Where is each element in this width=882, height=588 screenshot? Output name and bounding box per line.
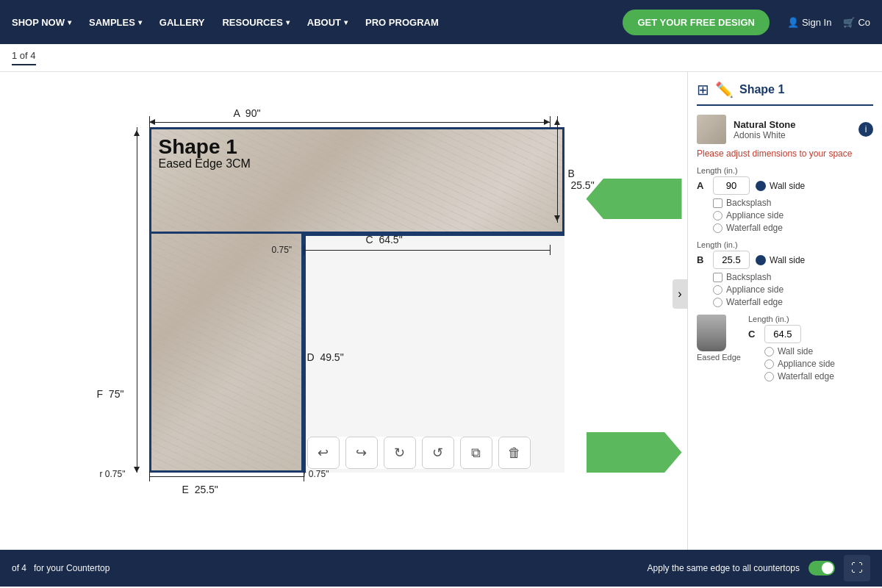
dim-line-a-right: [550, 116, 551, 128]
dim-line-b: [557, 116, 558, 223]
page-indicator: 1 of 4: [12, 50, 36, 65]
arrow-a-left: [149, 119, 155, 125]
footer-left: of 4 for your Countertop: [12, 563, 110, 573]
chevron-down-icon: ▾: [286, 18, 290, 26]
backsplash-a-checkbox[interactable]: [713, 198, 723, 208]
footer-counter: for your Countertop: [34, 563, 110, 573]
dim-c-input[interactable]: [764, 325, 801, 343]
arrow-f-bottom: [134, 467, 140, 473]
main-content: A 90" Shape 1 Eased Edge 3CM: [0, 72, 882, 550]
nav-pro-program[interactable]: PRO PROGRAM: [365, 17, 439, 28]
nav-shop-now[interactable]: SHOP NOW ▾: [12, 17, 71, 28]
dimension-a-section: Length (in.) A Wall side Backsplash Appl…: [697, 166, 873, 233]
dim-a-wall-side: Wall side: [756, 181, 805, 191]
info-icon[interactable]: i: [858, 122, 873, 137]
toggle-knob: [822, 562, 833, 574]
panel-collapse-button[interactable]: ›: [673, 279, 687, 309]
backsplash-b-checkbox[interactable]: [713, 273, 723, 282]
appliance-side-c-row: Appliance side: [764, 359, 873, 369]
dim-a-row: A Wall side: [697, 176, 873, 195]
dimension-f-label: F 75": [97, 388, 124, 400]
material-info: Natural Stone Adonis White: [734, 119, 851, 140]
undo-button[interactable]: ↩: [307, 437, 340, 469]
rotate-ccw-button[interactable]: ↺: [422, 437, 454, 469]
chevron-right-icon: ›: [678, 287, 681, 301]
waterfall-a-radio[interactable]: [713, 223, 723, 233]
waterfall-b-radio[interactable]: [713, 298, 723, 307]
dim-b-letter: B: [697, 254, 707, 265]
dim-b-wall-side: Wall side: [756, 255, 805, 265]
appliance-side-a-row: Appliance side: [713, 210, 873, 220]
waterfall-a-row: Waterfall edge: [713, 223, 873, 233]
footer-page: of 4: [12, 563, 26, 573]
backsplash-b-row: Backsplash: [713, 272, 873, 282]
delete-button[interactable]: 🗑: [498, 437, 531, 469]
arrow-b-bottom: [554, 215, 560, 221]
panel-header: ⊞ ✏️ Shape 1: [697, 81, 873, 106]
chevron-down-icon: ▾: [344, 18, 348, 26]
dim-a-input[interactable]: [713, 176, 750, 195]
arrow-b-top: [554, 119, 560, 125]
user-icon: 👤: [787, 17, 799, 28]
dim-c-content: Length (in.) C Wall side Appliance side: [748, 315, 873, 384]
eased-edge-thumbnail: [697, 315, 726, 351]
nav-samples[interactable]: SAMPLES ▾: [89, 17, 142, 28]
page-header: 1 of 4: [0, 44, 882, 72]
waterfall-c-radio[interactable]: [764, 372, 774, 381]
green-arrow-side: [587, 432, 682, 473]
corner-r-bottomleft: r 0.75": [100, 469, 126, 479]
shape-label: Shape 1 Eased Edge 3CM: [159, 137, 251, 171]
dim-line-c-right: [550, 245, 551, 255]
dim-line-c: [304, 250, 550, 251]
dim-a-length-label: Length (in.): [697, 166, 873, 175]
nav-right-section: 👤 Sign In 🛒 Co: [787, 17, 870, 28]
dim-line-e-left: [149, 471, 150, 481]
nav-gallery[interactable]: GALLERY: [159, 17, 205, 28]
appliance-a-radio[interactable]: [713, 211, 723, 220]
material-section: Natural Stone Adonis White i: [697, 115, 873, 144]
sign-in-link[interactable]: 👤 Sign In: [787, 17, 831, 28]
rotate-cw-button[interactable]: ↻: [384, 437, 416, 469]
waterfall-c-row: Waterfall edge: [764, 371, 873, 381]
arrow-f-top: [134, 130, 140, 136]
nav-about[interactable]: ABOUT ▾: [307, 17, 348, 28]
wall-c-radio[interactable]: [764, 347, 774, 356]
cart-icon: 🛒: [843, 17, 855, 28]
stone-bottom: [149, 234, 304, 473]
dimension-b-section: Length (in.) B Wall side Backsplash Appl…: [697, 240, 873, 307]
footer-right: Apply the same edge to all countertops ⛶: [648, 555, 870, 581]
dimension-e-label: E 25.5": [182, 484, 218, 495]
arrow-a-right: [544, 119, 550, 125]
footer-icon-button[interactable]: ⛶: [844, 555, 870, 581]
appliance-side-b-row: Appliance side: [713, 284, 873, 295]
edit-icon[interactable]: ✏️: [715, 81, 734, 98]
dim-b-input[interactable]: [713, 251, 750, 269]
footer: of 4 for your Countertop Apply the same …: [0, 550, 882, 587]
dim-line-f: [137, 127, 137, 473]
material-thumbnail: [697, 115, 726, 144]
waterfall-b-row: Waterfall edge: [713, 297, 873, 307]
get-free-design-button[interactable]: GET YOUR FREE DESIGN: [623, 10, 769, 35]
expand-icon: ⛶: [851, 562, 863, 575]
cart-link[interactable]: 🛒 Co: [843, 17, 870, 28]
duplicate-button[interactable]: ⧉: [460, 437, 492, 469]
dim-a-letter: A: [697, 180, 707, 191]
eased-edge-thumb-area: Eased Edge: [697, 315, 741, 362]
redo-button[interactable]: ↪: [345, 437, 378, 469]
corner-r-inner: 0.75": [272, 245, 293, 255]
template-icon[interactable]: ⊞: [697, 81, 709, 98]
backsplash-a-row: Backsplash: [713, 198, 873, 208]
dimension-a-label: A 90": [234, 107, 261, 119]
dim-c-length-label: Length (in.): [748, 315, 873, 323]
navigation: SHOP NOW ▾ SAMPLES ▾ GALLERY RESOURCES ▾…: [0, 0, 882, 44]
canvas-area: A 90" Shape 1 Eased Edge 3CM: [0, 72, 687, 550]
right-panel: ⊞ ✏️ Shape 1 Natural Stone Adonis White …: [687, 72, 882, 550]
dim-line-c-left: [304, 245, 304, 255]
dim-line-e: [149, 476, 304, 477]
appliance-c-radio[interactable]: [764, 359, 774, 369]
nav-resources[interactable]: RESOURCES ▾: [222, 17, 289, 28]
dimension-c-section: Eased Edge Length (in.) C Wall side Appl…: [697, 315, 873, 384]
appliance-b-radio[interactable]: [713, 285, 723, 295]
eased-edge-section: Eased Edge Length (in.) C Wall side Appl…: [697, 315, 873, 384]
apply-edge-toggle[interactable]: [808, 561, 835, 576]
